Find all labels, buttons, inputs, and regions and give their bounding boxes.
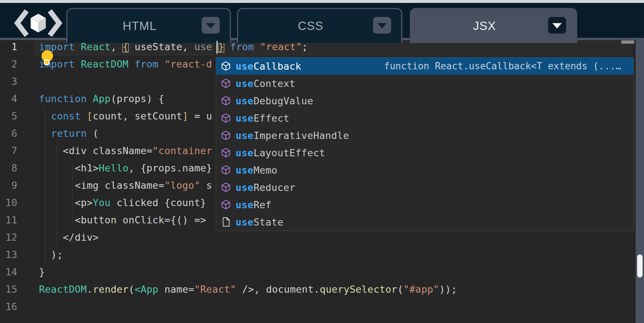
cube-icon — [220, 182, 231, 193]
line-number: 7 — [0, 142, 17, 160]
line-number: 8 — [0, 160, 17, 177]
cube-icon — [220, 130, 231, 141]
tab-html-label: HTML — [123, 19, 157, 33]
line-number: 10 — [0, 194, 17, 211]
tab-css-label: CSS — [298, 19, 324, 33]
tab-html[interactable]: HTML — [66, 8, 231, 43]
suggestion-item-useCallback[interactable]: useCallbackfunction React.useCallback<T … — [216, 57, 634, 75]
code-line-13[interactable]: 13 ); — [0, 246, 636, 263]
line-number: 2 — [0, 56, 17, 73]
suggestion-item-useLayoutEffect[interactable]: useLayoutEffect — [216, 144, 634, 161]
suggestion-label: useImperativeHandle — [236, 130, 349, 141]
code-text: <p>You clicked {count} — [39, 194, 212, 211]
suggestion-label: useReducer — [236, 182, 295, 193]
autocomplete-popup: useCallbackfunction React.useCallback<T … — [216, 57, 634, 231]
line-number: 3 — [0, 73, 17, 90]
code-line-14[interactable]: 14} — [0, 263, 636, 281]
text-cursor — [216, 41, 218, 54]
page-scrollbar-thumb[interactable] — [637, 254, 643, 278]
lightbulb-icon[interactable] — [40, 50, 55, 66]
suggestion-item-useState[interactable]: useState — [216, 213, 634, 231]
tab-css[interactable]: CSS — [237, 8, 402, 43]
suggestion-label: useMemo — [236, 165, 277, 176]
cube-icon — [220, 199, 231, 210]
line-number: 1 — [0, 38, 17, 56]
cube-icon — [220, 165, 231, 175]
code-text: } — [39, 263, 45, 281]
code-text: <h1>Hello, {props.name} — [39, 160, 212, 177]
suggestion-label: useRef — [236, 199, 271, 210]
suggestion-item-useContext[interactable]: useContext — [216, 75, 634, 92]
cube-icon — [220, 113, 231, 123]
code-text: function App(props) { — [39, 90, 165, 108]
code-text: <button onClick={() => — [39, 211, 212, 229]
cube-icon — [220, 147, 231, 158]
chevron-down-icon — [552, 23, 562, 29]
line-number: 12 — [0, 229, 17, 246]
editor-scrollbar-thumb[interactable] — [621, 40, 634, 44]
code-line-15[interactable]: 15ReactDOM.render(<App name="React" />, … — [0, 281, 636, 298]
tab-jsx-dropdown-button[interactable] — [548, 17, 566, 34]
suggestion-item-useEffect[interactable]: useEffect — [216, 109, 634, 127]
suggestion-label: useDebugValue — [236, 95, 313, 106]
window-top-strip — [0, 0, 644, 3]
suggestion-label: useLayoutEffect — [236, 147, 325, 158]
chevron-down-icon — [206, 23, 215, 29]
code-line-12[interactable]: 12 </div> — [0, 229, 636, 246]
code-text: return ( — [39, 125, 99, 142]
code-text: </div> — [39, 229, 99, 246]
code-text: const [count, setCount] = u — [39, 108, 212, 125]
line-number: 15 — [0, 281, 17, 298]
line-number: 16 — [0, 298, 17, 315]
tab-bar: HTML CSS JSX — [0, 3, 644, 38]
suggestion-item-useMemo[interactable]: useMemo — [216, 161, 634, 179]
line-number: 13 — [0, 246, 17, 263]
code-text: <div className="container — [39, 142, 212, 160]
file-icon — [220, 217, 231, 227]
line-number: 9 — [0, 177, 17, 194]
line-number: 4 — [0, 90, 17, 108]
chevron-down-icon — [377, 23, 387, 29]
tab-html-dropdown-button[interactable] — [202, 17, 220, 34]
suggestion-detail: function React.useCallback<T extends (..… — [384, 57, 621, 75]
line-number: 14 — [0, 263, 17, 281]
page-scrollbar-track[interactable] — [636, 40, 644, 323]
cube-icon — [220, 78, 231, 89]
suggestion-label: useEffect — [236, 113, 289, 124]
suggestion-label: useState — [236, 217, 283, 228]
line-number: 11 — [0, 211, 17, 229]
code-line-16[interactable]: 16 — [0, 298, 636, 315]
suggestion-item-useImperativeHandle[interactable]: useImperativeHandle — [216, 127, 634, 144]
suggestion-item-useDebugValue[interactable]: useDebugValue — [216, 92, 634, 109]
tab-css-dropdown-button[interactable] — [373, 17, 391, 34]
code-text: <img className="logo" s — [39, 177, 212, 194]
code-text: ReactDOM.render(<App name="React" />, do… — [39, 281, 457, 298]
tab-jsx[interactable]: JSX — [410, 8, 577, 43]
suggestion-label: useContext — [236, 78, 295, 89]
line-number: 5 — [0, 108, 17, 125]
code-cube-logo — [13, 9, 63, 38]
suggestion-item-useReducer[interactable]: useReducer — [216, 179, 634, 196]
suggestion-label: useCallback — [236, 61, 301, 72]
suggestion-item-useRef[interactable]: useRef — [216, 196, 634, 213]
code-text: import ReactDOM from "react-d — [39, 56, 212, 73]
cube-icon — [220, 61, 231, 71]
tab-jsx-label: JSX — [473, 19, 496, 33]
cube-icon — [220, 95, 231, 106]
code-text: ); — [39, 246, 63, 263]
line-number: 6 — [0, 125, 17, 142]
